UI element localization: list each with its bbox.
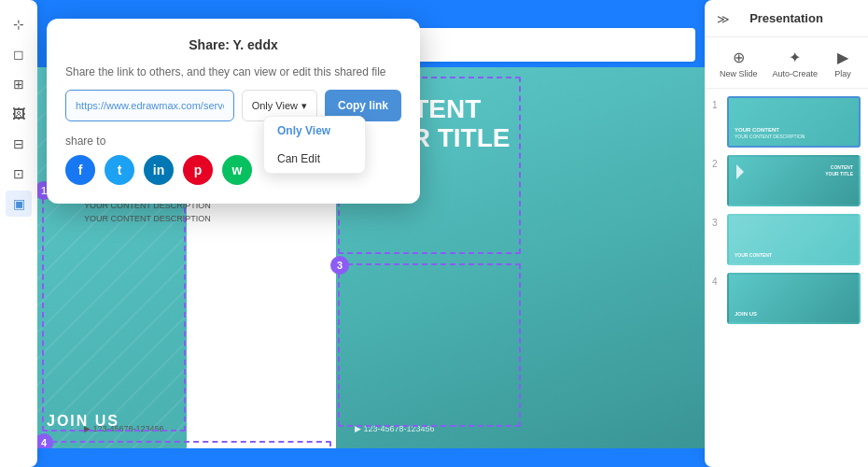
new-slide-icon: ⊕	[728, 47, 749, 67]
share-dialog: Share: Y. eddx Share the link to others,…	[47, 19, 420, 204]
image-tool[interactable]: 🖼	[6, 101, 32, 127]
auto-create-btn[interactable]: ✦ Auto-Create	[772, 47, 818, 78]
linkedin-share-btn[interactable]: in	[144, 155, 174, 185]
wechat-share-btn[interactable]: w	[222, 155, 252, 185]
auto-create-icon: ✦	[785, 47, 805, 67]
dropdown-arrow-icon: ▾	[301, 100, 307, 112]
present-tool[interactable]: ▣	[6, 191, 32, 217]
slide-panel: ≫ Presentation ⊕ New Slide ✦ Auto-Create…	[705, 0, 868, 467]
facebook-share-btn[interactable]: f	[65, 155, 95, 185]
slide-panel-tools: ⊕ New Slide ✦ Auto-Create ▶ Play	[705, 37, 868, 89]
table-tool[interactable]: ⊟	[6, 131, 32, 157]
slide-num-2: 2	[712, 155, 721, 169]
option-can-edit[interactable]: Can Edit	[264, 145, 365, 173]
new-slide-btn[interactable]: ⊕ New Slide	[720, 47, 758, 78]
dialog-desc: Share the link to others, and they can v…	[65, 65, 401, 78]
play-btn[interactable]: ▶ Play	[833, 47, 853, 78]
slide-item-2[interactable]: 2 CONTENTYOUR TITLE	[712, 155, 861, 206]
slide-item-3[interactable]: 3 YOUR CONTENT	[712, 214, 861, 265]
dialog-title: Share: Y. eddx	[65, 37, 401, 52]
thumb2-title: CONTENTYOUR TITLE	[825, 164, 853, 177]
permission-dropdown-menu: Only View Can Edit	[263, 116, 366, 174]
new-slide-label: New Slide	[720, 69, 758, 78]
slide-thumb-3[interactable]: YOUR CONTENT	[727, 214, 861, 265]
slide-item-1[interactable]: 1 YOUR CONTENTYOUR CONTENT DESCRIPTION	[712, 96, 861, 148]
slide-list: 1 YOUR CONTENTYOUR CONTENT DESCRIPTION 2…	[705, 89, 868, 462]
thumb1-text: YOUR CONTENTYOUR CONTENT DESCRIPTION	[735, 127, 805, 140]
grid-tool[interactable]: ⊞	[6, 71, 32, 97]
phone-right: ▶ 123-45678-123456	[355, 424, 435, 433]
shapes-tool[interactable]: ◻	[6, 41, 32, 67]
slide-num-3: 3	[712, 214, 721, 228]
play-icon: ▶	[833, 47, 853, 67]
expand-panel-btn[interactable]: ≫	[712, 7, 735, 30]
link-input[interactable]	[65, 90, 234, 121]
twitter-share-btn[interactable]: t	[105, 155, 134, 185]
permission-label: Only View	[252, 100, 298, 111]
slide-num-1: 1	[712, 96, 721, 110]
slide-thumb-1[interactable]: YOUR CONTENTYOUR CONTENT DESCRIPTION	[727, 96, 861, 148]
slide-thumb-4[interactable]: JOIN US	[727, 273, 861, 324]
slide-num-4: 4	[712, 273, 721, 287]
expand-tool[interactable]: ⊡	[6, 161, 32, 187]
slide-thumb-2[interactable]: CONTENTYOUR TITLE	[727, 155, 861, 206]
pinterest-share-btn[interactable]: p	[183, 155, 213, 185]
slide-item-4[interactable]: 4 JOIN US	[712, 273, 861, 324]
thumb4-join: JOIN US	[735, 311, 757, 317]
phone-number: ▶ 123-45678-123456	[84, 424, 164, 433]
thumb3-text: YOUR CONTENT	[735, 252, 772, 258]
auto-create-label: Auto-Create	[772, 69, 818, 78]
left-toolbar: ⊹ ◻ ⊞ 🖼 ⊟ ⊡ ▣	[0, 0, 37, 467]
option-only-view[interactable]: Only View	[264, 117, 365, 145]
cursor-tool[interactable]: ⊹	[6, 11, 32, 37]
play-label: Play	[834, 69, 851, 78]
